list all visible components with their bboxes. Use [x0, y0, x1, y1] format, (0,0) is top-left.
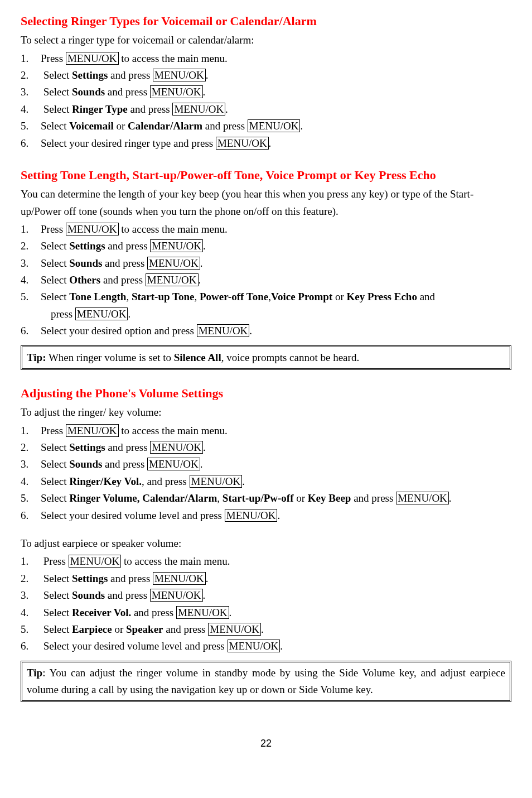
- step-3-2: 2.Select Settings and press MENU/OK.: [21, 439, 511, 456]
- menu-ok-key: MENU/OK: [153, 69, 206, 81]
- menu-ok-key: MENU/OK: [66, 424, 119, 437]
- menu-ok-key: MENU/OK: [150, 239, 203, 252]
- step-3-5: 5.Select Ringer Volume, Calendar/Alarm, …: [21, 490, 511, 507]
- intro-tone-length: You can determine the length of your key…: [21, 186, 511, 220]
- tip-side-volume: Tip: You can adjust the ringer volume in…: [21, 661, 511, 703]
- step-1-4: 4. Select Ringer Type and press MENU/OK.: [21, 101, 511, 118]
- step-3-4: 4.Select Ringer/Key Vol., and press MENU…: [21, 473, 511, 490]
- step-2-3: 3.Select Sounds and press MENU/OK.: [21, 255, 511, 272]
- step-4-4: 4. Select Receiver Vol. and press MENU/O…: [21, 604, 511, 621]
- menu-ok-key: MENU/OK: [172, 103, 225, 116]
- intro-earpiece-speaker: To adjust earpiece or speaker volume:: [21, 535, 511, 552]
- heading-volume-settings: Adjusting the Phone's Volume Settings: [21, 383, 511, 403]
- menu-ok-key: MENU/OK: [248, 119, 301, 132]
- menu-ok-key: MENU/OK: [228, 640, 280, 652]
- menu-ok-key: MENU/OK: [147, 257, 200, 270]
- step-2-1: 1.Press MENU/OK to access the main menu.: [21, 221, 511, 238]
- step-1-1: 1.Press MENU/OK to access the main menu.: [21, 50, 511, 67]
- step-4-1: 1. Press MENU/OK to access the main menu…: [21, 553, 511, 570]
- menu-ok-key: MENU/OK: [150, 589, 203, 602]
- menu-ok-key: MENU/OK: [66, 223, 119, 235]
- step-2-5: 5.Select Tone Length, Start-up Tone, Pow…: [21, 289, 511, 323]
- menu-ok-key: MENU/OK: [147, 458, 200, 470]
- menu-ok-key: MENU/OK: [69, 555, 122, 568]
- menu-ok-key: MENU/OK: [75, 307, 128, 320]
- page-number: 22: [21, 735, 511, 752]
- step-4-6: 6. Select your desired volume level and …: [21, 638, 511, 655]
- menu-ok-key: MENU/OK: [197, 324, 250, 337]
- menu-ok-key: MENU/OK: [396, 492, 449, 504]
- menu-ok-key: MENU/OK: [225, 509, 278, 522]
- step-2-6: 6.Select your desired option and press M…: [21, 323, 511, 339]
- step-3-6: 6.Select your desired volume level and p…: [21, 507, 511, 524]
- step-4-2: 2. Select Settings and press MENU/OK.: [21, 570, 511, 587]
- step-3-3: 3.Select Sounds and press MENU/OK.: [21, 456, 511, 473]
- menu-ok-key: MENU/OK: [66, 52, 119, 65]
- menu-ok-key: MENU/OK: [190, 475, 243, 488]
- intro-ringer-types: To select a ringer type for voicemail or…: [21, 32, 511, 49]
- menu-ok-key: MENU/OK: [216, 137, 269, 150]
- step-4-5: 5. Select Earpiece or Speaker and press …: [21, 621, 511, 638]
- step-3-1: 1.Press MENU/OK to access the main menu.: [21, 422, 511, 439]
- menu-ok-key: MENU/OK: [176, 606, 229, 619]
- heading-ringer-types: Selecting Ringer Types for Voicemail or …: [21, 11, 511, 31]
- menu-ok-key: MENU/OK: [208, 623, 261, 636]
- menu-ok-key: MENU/OK: [150, 85, 203, 98]
- tip-silence-all: Tip: When ringer volume is set to Silenc…: [21, 345, 511, 370]
- menu-ok-key: MENU/OK: [146, 273, 199, 286]
- step-1-2: 2. Select Settings and press MENU/OK.: [21, 67, 511, 84]
- intro-ringer-key-vol: To adjust the ringer/ key volume:: [21, 404, 511, 421]
- heading-tone-length: Setting Tone Length, Start-up/Power-off …: [21, 165, 511, 185]
- step-2-2: 2.Select Settings and press MENU/OK.: [21, 238, 511, 254]
- step-1-6: 6.Select your desired ringer type and pr…: [21, 135, 511, 152]
- step-1-5: 5.Select Voicemail or Calendar/Alarm and…: [21, 118, 511, 134]
- menu-ok-key: MENU/OK: [153, 572, 206, 585]
- step-2-4: 4.Select Others and press MENU/OK.: [21, 272, 511, 289]
- step-4-3: 3. Select Sounds and press MENU/OK.: [21, 587, 511, 604]
- step-1-3: 3. Select Sounds and press MENU/OK.: [21, 84, 511, 100]
- menu-ok-key: MENU/OK: [150, 441, 203, 454]
